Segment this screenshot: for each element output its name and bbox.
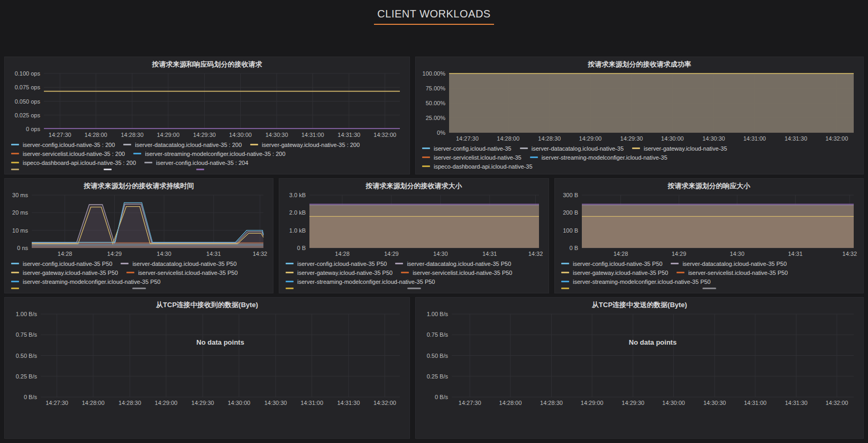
chart-tcp-received[interactable]: 1.00 B/s0.75 B/s0.50 B/s0.25 B/s0 B/s14:… xyxy=(9,311,405,408)
y-tick-label: 0.25 B/s xyxy=(427,373,449,380)
legend-item[interactable]: iserver-streaming-modelconfiger.icloud-n… xyxy=(11,279,160,285)
x-tick-label: 14:31:30 xyxy=(337,132,360,138)
legend-swatch xyxy=(632,147,640,149)
x-tick-label: 14:28:00 xyxy=(497,135,519,142)
legend-item[interactable]: iserver-gateway.icloud-native-35 : 200 xyxy=(250,142,360,148)
legend-swatch xyxy=(286,281,294,282)
legend-swatch xyxy=(11,288,19,289)
legend-label: iserver-config.icloud-native-35 : 200 xyxy=(23,142,115,148)
legend-row: iserver-config.icloud-native-35iserver-d… xyxy=(422,144,857,153)
x-tick-label: 14:32:00 xyxy=(826,400,848,406)
y-tick-label: 0.75 B/s xyxy=(427,331,449,338)
dashboard-title: CLIENT WORKLOADS xyxy=(374,8,494,25)
legend-item[interactable]: iserver-datacatalog.icloud-native-35 : 2… xyxy=(123,142,242,148)
panel-title[interactable]: 按请求来源划分的接收请求成功率 xyxy=(420,60,859,70)
panel-title[interactable]: 按请求来源和响应码划分的接收请求 xyxy=(9,60,405,70)
chart-canvas[interactable]: 100.00%75.00%50.00%25.00%0%14:27:3014:28… xyxy=(420,70,859,143)
y-tick-label: 0.75 B/s xyxy=(16,331,38,338)
legend-label: iserver-servicelist.icloud-native-35 P50 xyxy=(138,270,237,276)
legend-partial-row xyxy=(561,287,857,290)
legend-item[interactable]: iserver-config.icloud-native-35 xyxy=(422,145,511,152)
y-tick-label: 100.00% xyxy=(423,70,446,77)
series-area xyxy=(32,204,263,248)
legend-swatch xyxy=(121,263,129,264)
chart-response-size[interactable]: 300 B200 B100 B0 B14:2814:2914:3014:3114… xyxy=(559,192,859,259)
legend-scrollbar[interactable] xyxy=(702,288,716,289)
panel-title[interactable]: 按请求来源划分的接收请求持续时间 xyxy=(9,181,269,192)
legend-swatch xyxy=(11,169,19,170)
x-tick-label: 14:29 xyxy=(672,251,687,257)
legend-item[interactable]: iserver-gateway.icloud-native-35 P50 xyxy=(286,270,392,276)
chart-canvas[interactable]: 0.100 ops0.075 ops0.050 ops0.025 ops0 op… xyxy=(9,70,405,140)
legend-request-duration: iserver-config.icloud-native-35 P50iserv… xyxy=(9,259,269,290)
legend-label: iserver-streaming-modelconfiger.icloud-n… xyxy=(573,279,710,285)
legend-label: iserver-streaming-modelconfiger.icloud-n… xyxy=(297,279,435,285)
legend-swatch xyxy=(671,263,679,264)
legend-scrollbar[interactable] xyxy=(407,288,421,289)
legend-label: iserver-servicelist.icloud-native-35 P50 xyxy=(688,270,788,276)
legend-item[interactable]: iserver-config.icloud-native-35 P50 xyxy=(11,261,112,267)
legend-response-size: iserver-config.icloud-native-35 P50iserv… xyxy=(559,259,859,290)
x-tick-label: 14:28:00 xyxy=(82,400,105,406)
legend-item[interactable]: iserver-gateway.icloud-native-35 P50 xyxy=(11,270,118,276)
legend-item[interactable]: iserver-streaming-modelconfiger.icloud-n… xyxy=(530,154,668,161)
legend-item[interactable]: iserver-config.icloud-native-35 P50 xyxy=(561,261,662,267)
legend-item[interactable]: iserver-datacatalog.icloud-native-35 xyxy=(520,145,624,152)
chart-canvas[interactable]: 1.00 B/s0.75 B/s0.50 B/s0.25 B/s0 B/s14:… xyxy=(420,311,859,408)
chart-canvas[interactable]: 1.00 B/s0.75 B/s0.50 B/s0.25 B/s0 B/s14:… xyxy=(9,311,405,408)
legend-label: iserver-streaming-modelconfiger.icloud-n… xyxy=(145,151,285,157)
panel-request-success-rate: 按请求来源划分的接收请求成功率 100.00%75.00%50.00%25.00… xyxy=(415,57,864,174)
x-tick-label: 14:28:30 xyxy=(540,400,563,406)
legend-swatch xyxy=(286,263,294,264)
legend-scrollbar[interactable] xyxy=(132,288,146,289)
chart-canvas[interactable]: 3.0 kB2.0 kB1.0 kB0 B14:2814:2914:3014:3… xyxy=(284,192,544,259)
chart-success-rate[interactable]: 100.00%75.00%50.00%25.00%0%14:27:3014:28… xyxy=(420,70,859,143)
y-tick-label: 30 ms xyxy=(12,192,28,198)
legend-item[interactable]: iserver-config.icloud-native-35 : 200 xyxy=(11,142,115,148)
x-tick-label: 14:29 xyxy=(384,251,399,257)
y-tick-label: 2.0 kB xyxy=(289,209,306,216)
x-tick-label: 14:31 xyxy=(206,251,221,257)
legend-item[interactable]: iserver-datacatalog.icloud-native-35 P50 xyxy=(671,261,787,267)
legend-row: ispeco-dashboard-api.icloud-native-35 : … xyxy=(11,158,403,167)
y-tick-label: 0.025 ops xyxy=(15,112,41,118)
legend-item[interactable]: iserver-gateway.icloud-native-35 P50 xyxy=(561,270,668,276)
legend-item[interactable]: iserver-servicelist.icloud-native-35 P50 xyxy=(401,270,512,276)
legend-item[interactable]: iserver-streaming-modelconfiger.icloud-n… xyxy=(561,279,710,285)
legend-row: iserver-config.icloud-native-35 P50iserv… xyxy=(561,259,857,268)
legend-item[interactable]: iserver-servicelist.icloud-native-35 xyxy=(422,154,522,161)
panel-title[interactable]: 按请求来源划分的接收请求大小 xyxy=(284,181,544,192)
legend-item[interactable]: iserver-servicelist.icloud-native-35 : 2… xyxy=(11,151,125,157)
panel-response-size: 按请求来源划分的响应大小 300 B200 B100 B0 B14:2814:2… xyxy=(554,178,864,293)
y-tick-label: 0.25 B/s xyxy=(16,373,38,380)
panel-title[interactable]: 从TCP连接中发送的数据(Byte) xyxy=(420,300,859,311)
legend-item[interactable]: iserver-gateway.icloud-native-35 xyxy=(632,145,727,152)
legend-item[interactable]: iserver-streaming-modelconfiger.icloud-n… xyxy=(133,151,285,157)
legend-item[interactable]: iserver-datacatalog.icloud-native-35 P50 xyxy=(395,261,511,267)
legend-request-size: iserver-config.icloud-native-35 P50iserv… xyxy=(284,259,544,290)
chart-canvas[interactable]: 300 B200 B100 B0 B14:2814:2914:3014:3114… xyxy=(559,192,859,259)
legend-item[interactable]: ispeco-dashboard-api.icloud-native-35 : … xyxy=(11,160,136,166)
x-tick-label: 14:29:30 xyxy=(191,400,214,406)
chart-request-duration[interactable]: 30 ms20 ms10 ms0 ns14:2814:2914:3014:311… xyxy=(9,192,269,259)
legend-item[interactable]: iserver-servicelist.icloud-native-35 P50 xyxy=(677,270,788,276)
legend-swatch xyxy=(250,144,258,145)
chart-request-size[interactable]: 3.0 kB2.0 kB1.0 kB0 B14:2814:2914:3014:3… xyxy=(284,192,544,259)
panel-title[interactable]: 从TCP连接中接收到的数据(Byte) xyxy=(9,300,405,311)
chart-canvas[interactable]: 30 ms20 ms10 ms0 ns14:2814:2914:3014:311… xyxy=(9,192,269,259)
legend-label: iserver-gateway.icloud-native-35 xyxy=(644,145,727,152)
chart-received-requests[interactable]: 0.100 ops0.075 ops0.050 ops0.025 ops0 op… xyxy=(9,70,405,140)
legend-item[interactable]: iserver-streaming-modelconfiger.icloud-n… xyxy=(286,279,435,285)
x-tick-label: 14:32:00 xyxy=(373,400,396,406)
legend-item[interactable]: iserver-datacatalog.icloud-native-35 P50 xyxy=(121,261,236,267)
x-tick-label: 14:29:00 xyxy=(581,400,604,406)
x-tick-label: 14:31:30 xyxy=(784,135,807,142)
legend-item[interactable]: ispeco-dashboard-api.icloud-native-35 xyxy=(422,163,533,170)
legend-item[interactable]: iserver-servicelist.icloud-native-35 P50 xyxy=(126,270,237,276)
panel-title[interactable]: 按请求来源划分的响应大小 xyxy=(559,181,859,192)
legend-partial-row xyxy=(11,287,267,290)
chart-tcp-sent[interactable]: 1.00 B/s0.75 B/s0.50 B/s0.25 B/s0 B/s14:… xyxy=(420,311,859,408)
legend-label: iserver-servicelist.icloud-native-35 xyxy=(434,154,522,161)
legend-item[interactable]: iserver-config.icloud-native-35 P50 xyxy=(286,261,387,267)
legend-item[interactable]: iserver-config.icloud-native-35 : 204 xyxy=(144,160,248,166)
